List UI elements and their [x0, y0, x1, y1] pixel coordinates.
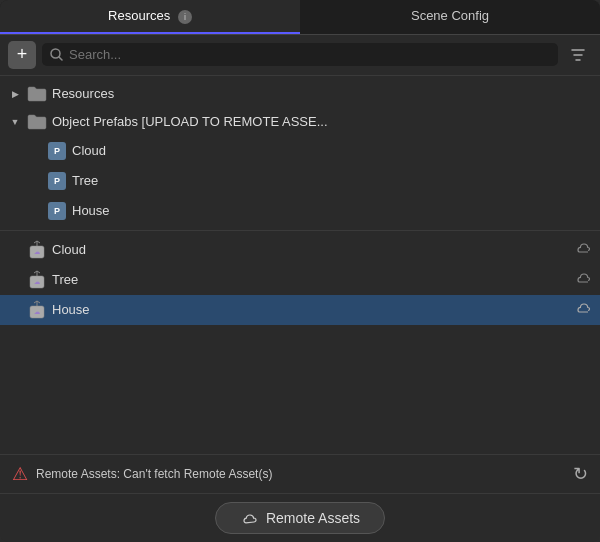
remote-assets-button[interactable]: Remote Assets [215, 502, 385, 534]
svg-text:☁: ☁ [34, 249, 40, 255]
cloud-upload-icon-cloud [574, 241, 592, 259]
prefab-icon-house: P [46, 200, 68, 222]
tab-resources-label: Resources [108, 8, 170, 23]
remote-icon-tree: ☁ [26, 269, 48, 291]
chevron-down-icon [8, 115, 22, 129]
cloud-prefab-label: Cloud [72, 143, 592, 158]
info-icon[interactable]: i [178, 10, 192, 24]
tree-item-cloud-remote[interactable]: ☁ Cloud [0, 235, 600, 265]
svg-text:☁: ☁ [34, 309, 40, 315]
tree-item-object-prefabs[interactable]: Object Prefabs [UPLOAD TO REMOTE ASSE... [0, 108, 600, 136]
chevron-right-icon [8, 87, 22, 101]
header-tabs: Resources i Scene Config [0, 0, 600, 35]
search-input[interactable] [69, 47, 550, 62]
tree-area[interactable]: Resources Object Prefabs [UPLOAD TO REMO… [0, 76, 600, 454]
bottom-bar: Remote Assets [0, 493, 600, 542]
cloud-upload-icon-tree [574, 271, 592, 289]
prefab-icon-tree: P [46, 170, 68, 192]
tree-item-tree-remote[interactable]: ☁ Tree [0, 265, 600, 295]
house-prefab-label: House [72, 203, 592, 218]
house-remote-label: House [52, 302, 570, 317]
tree-prefab-label: Tree [72, 173, 592, 188]
search-wrap [42, 43, 558, 66]
svg-text:☁: ☁ [34, 279, 40, 285]
folder-icon-prefabs [26, 113, 48, 131]
tree-item-house-prefab[interactable]: P House [0, 196, 600, 226]
svg-line-1 [59, 57, 62, 60]
error-message: Remote Assets: Can't fetch Remote Asset(… [36, 467, 565, 481]
search-bar: + [0, 35, 600, 76]
cloud-remote-label: Cloud [52, 242, 570, 257]
tab-scene-config[interactable]: Scene Config [300, 0, 600, 34]
filter-icon [570, 47, 586, 63]
tree-item-resources[interactable]: Resources [0, 80, 600, 108]
remote-assets-label: Remote Assets [266, 510, 360, 526]
search-icon [50, 48, 63, 61]
tree-item-house-remote[interactable]: ☁ House [0, 295, 600, 325]
remote-icon-cloud: ☁ [26, 239, 48, 261]
resources-label: Resources [52, 86, 592, 101]
warning-icon: ⚠ [12, 463, 28, 485]
tab-scene-config-label: Scene Config [411, 8, 489, 23]
cloud-icon [240, 511, 258, 525]
prefab-icon-cloud: P [46, 140, 68, 162]
filter-button[interactable] [564, 41, 592, 69]
main-container: Resources i Scene Config + [0, 0, 600, 542]
remote-icon-house: ☁ [26, 299, 48, 321]
refresh-button[interactable]: ↻ [573, 463, 588, 485]
cloud-upload-icon-house [574, 301, 592, 319]
add-button[interactable]: + [8, 41, 36, 69]
divider [0, 230, 600, 231]
tree-item-tree-prefab[interactable]: P Tree [0, 166, 600, 196]
error-bar: ⚠ Remote Assets: Can't fetch Remote Asse… [0, 454, 600, 493]
tree-item-cloud-prefab[interactable]: P Cloud [0, 136, 600, 166]
folder-icon [26, 85, 48, 103]
tab-resources[interactable]: Resources i [0, 0, 300, 34]
object-prefabs-label: Object Prefabs [UPLOAD TO REMOTE ASSE... [52, 114, 592, 129]
tree-remote-label: Tree [52, 272, 570, 287]
